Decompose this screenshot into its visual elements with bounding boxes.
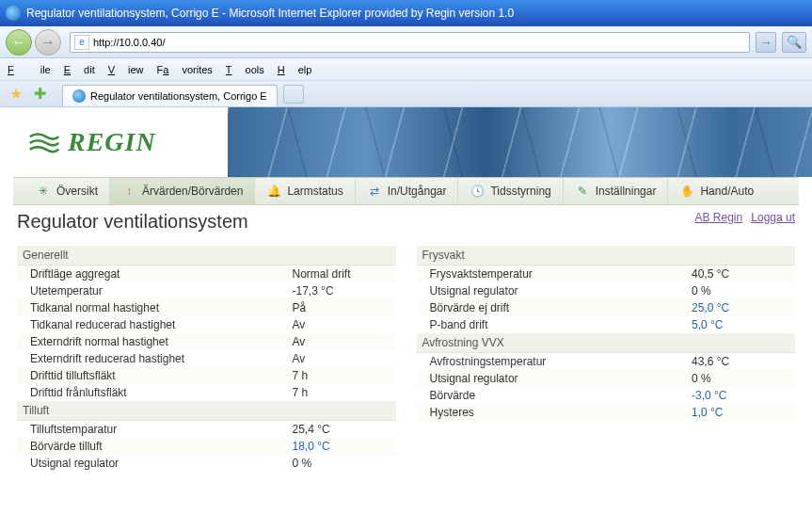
row-value: -17,3 °C [293,284,396,298]
data-row: Driftläge aggregatNormal drift [17,266,396,282]
row-value: Normal drift [293,267,396,281]
row-label: Avfrostningstemperatur [430,355,693,368]
nav-label: Inställningar [596,185,657,198]
data-row: Börvärde ej drift25,0 °C [417,299,796,316]
data-row: Utetemperatur-17,3 °C [17,282,396,299]
row-label: Börvärde ej drift [430,301,693,314]
browser-navbar: ← → e → 🔍 [0,26,812,58]
row-value: Av [293,318,396,331]
menu-file[interactable]: File [8,64,51,75]
data-row: Utsignal regulator0 % [417,370,796,387]
address-bar[interactable]: e [70,32,750,53]
row-value[interactable]: -3,0 °C [692,389,795,402]
row-value[interactable]: 18,0 °C [293,440,396,453]
left-column: GenerelltDriftläge aggregatNormal driftU… [17,246,396,472]
data-row: Tilluftstemparatur25,4 °C [17,421,396,438]
data-row: P-band drift5,0 °C [417,316,796,333]
data-row: Tidkanal normal hastighetPå [17,299,396,316]
link-ab-regin[interactable]: AB Regin [695,211,743,224]
nav-item-handauto[interactable]: ✋Hand/Auto [668,178,765,204]
time-icon: 🕓 [470,184,485,199]
data-row: Externdrift reducerad hastighetAv [17,350,396,367]
data-row: Drifttid frånluftsfläkt7 h [17,384,396,401]
row-label: Driftläge aggregat [30,267,293,281]
nav-item-values[interactable]: ↕Ärvärden/Börvärden [110,178,255,204]
nav-item-alarm[interactable]: 🔔Larmstatus [255,178,355,204]
row-label: Externdrift normal hastighet [30,335,293,348]
forward-button[interactable]: → [35,29,61,56]
page-title: Regulator ventilationsystem [17,211,248,233]
data-row: Avfrostningstemperatur43,6 °C [417,353,796,370]
row-label: Börvärde [430,389,693,402]
row-value[interactable]: 5,0 °C [692,318,795,331]
nav-label: Larmstatus [287,185,342,198]
row-value: 0 % [692,372,795,385]
add-favorite-icon[interactable]: ✚ [34,85,51,102]
row-label: Frysvaktstemperatur [430,267,693,281]
row-label: Drifttid frånluftsfläkt [30,386,293,399]
row-value: 0 % [692,284,795,298]
page-body: REGIN ✳Översikt↕Ärvärden/Börvärden🔔Larms… [0,107,812,491]
address-input[interactable] [93,37,745,48]
menu-favorites[interactable]: Favorites [157,64,213,75]
nav-item-time[interactable]: 🕓Tidsstyrning [458,178,563,204]
row-value: Av [293,352,396,365]
section-header: Generellt [17,246,396,266]
menu-edit[interactable]: Edit [64,64,95,75]
search-button[interactable]: 🔍 [782,32,806,53]
document-tab[interactable]: Regulator ventilationsystem, Corrigo E [62,85,278,106]
menu-tools[interactable]: Tools [226,64,264,75]
back-button[interactable]: ← [6,29,32,56]
data-row: Frysvaktstemperatur40,5 °C [417,266,796,282]
values-icon: ↕ [121,184,136,199]
nav-item-overview[interactable]: ✳Översikt [24,178,110,204]
overview-icon: ✳ [36,184,51,199]
row-value[interactable]: 25,0 °C [692,301,795,314]
ie-icon [72,89,86,103]
row-value: 40,5 °C [692,267,795,281]
row-value: 7 h [293,386,396,399]
nav-label: Hand/Auto [700,185,754,198]
link-logout[interactable]: Logga ut [751,211,795,224]
arrow-right-icon: → [759,35,772,50]
go-button[interactable]: → [756,32,776,53]
page-icon: e [74,35,89,50]
data-row: Drifttid tilluftsfläkt7 h [17,367,396,384]
section-header: Avfrostning VVX [417,333,796,353]
favorites-icon[interactable]: ★ [9,85,26,102]
row-label: Börvärde tilluft [30,440,293,453]
io-icon: ⇄ [367,184,382,199]
nav-item-io[interactable]: ⇄In/Utgångar [356,178,459,204]
row-label: Tilluftstemparatur [30,423,293,436]
data-row: Externdrift normal hastighetAv [17,333,396,350]
regin-logo: REGIN [28,127,156,157]
row-label: Utsignal regulator [30,457,293,470]
data-row: Börvärde tilluft18,0 °C [17,438,396,455]
nav-item-settings[interactable]: ✎Inställningar [564,178,669,204]
tab-strip: ★ ✚ Regulator ventilationsystem, Corrigo… [0,81,812,107]
new-tab-button[interactable] [283,85,304,104]
row-label: Drifttid tilluftsfläkt [30,369,293,382]
row-label: Tidkanal reducerad hastighet [30,318,293,331]
tab-label: Regulator ventilationsystem, Corrigo E [90,90,267,102]
alarm-icon: 🔔 [266,184,281,199]
menu-view[interactable]: View [108,64,144,75]
nav-label: Ärvärden/Börvärden [142,185,243,198]
right-column: FrysvaktFrysvaktstemperatur40,5 °CUtsign… [417,246,796,472]
row-value: 25,4 °C [293,423,396,436]
row-value[interactable]: 1,0 °C [692,406,795,419]
row-label: Utsignal regulator [430,284,693,298]
data-row: Tidkanal reducerad hastighetAv [17,316,396,333]
row-label: Tidkanal normal hastighet [30,301,293,314]
menu-help[interactable]: Help [278,64,312,75]
ie-icon [6,6,21,21]
menu-bar: File Edit View Favorites Tools Help [0,58,812,81]
row-label: P-band drift [430,318,693,331]
nav-label: Översikt [56,185,98,198]
row-value: På [293,301,396,314]
content-area: Regulator ventilationsystem AB Regin Log… [0,205,812,491]
data-row: Utsignal regulator0 % [17,455,396,472]
row-label: Utetemperatur [30,284,293,298]
magnifier-icon: 🔍 [787,35,802,49]
data-row: Utsignal regulator0 % [417,282,796,299]
